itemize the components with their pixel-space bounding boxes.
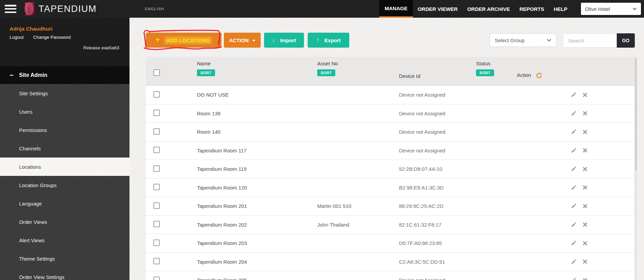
change-password-link[interactable]: Change Password [33,35,71,40]
row-checkbox[interactable] [153,91,160,98]
delete-icon[interactable] [583,111,587,116]
sidebar-section-site-admin[interactable]: − Site Admin [0,66,129,84]
device-id: D0:7F:A0:98:23:85 [399,240,476,246]
row-checkbox[interactable] [153,258,160,264]
table-scrollbar[interactable] [634,57,637,280]
collapse-icon[interactable]: − [10,71,19,79]
add-locations-button[interactable]: + ADD LOCATIONS [146,33,221,48]
delete-icon[interactable] [583,93,587,97]
table-row: Room 140 Device not Assigned [146,123,634,142]
main-content: + ADD LOCATIONS ACTION ↓ Import ↑ Export… [129,18,644,280]
top-nav-item[interactable]: MANAGE [379,0,413,18]
row-checkbox[interactable] [153,184,160,190]
edit-icon[interactable] [571,259,576,264]
sort-button-name[interactable]: SORT [197,69,215,76]
edit-icon[interactable] [571,166,576,171]
action-button[interactable]: ACTION [224,33,261,48]
delete-icon[interactable] [583,130,587,134]
location-name: Room 139 [197,111,317,116]
scrollbar-thumb[interactable] [635,58,637,170]
logout-link[interactable]: Logout [10,35,24,40]
device-id: Device not Assigned [399,148,476,153]
column-device-id: Device Id [399,57,476,85]
search-input[interactable] [563,33,617,48]
top-nav-item[interactable]: ORDER ARCHIVE [462,0,515,18]
location-name: Tapendium Room 203 [197,240,317,246]
device-id: Device not Assigned [399,111,476,116]
hotel-select[interactable]: Olive Hotel [581,3,641,15]
table-row: Tapendium Room 201 Martin 001 510 88:29:… [146,197,634,216]
table-row: Tapendium Room 117 Device not Assigned [146,142,634,160]
row-checkbox[interactable] [153,147,160,153]
sidebar-item[interactable]: Order Views [0,213,129,231]
sidebar-item[interactable]: Channels [0,139,129,158]
export-button[interactable]: ↑ Export [308,33,349,48]
delete-icon[interactable] [583,278,587,280]
language-label[interactable]: ENGLISH [145,7,164,11]
delete-icon[interactable] [583,259,587,264]
row-checkbox[interactable] [153,128,160,135]
row-checkbox[interactable] [153,221,160,227]
row-checkbox[interactable] [153,165,160,172]
top-nav-item[interactable]: REPORTS [515,0,549,18]
device-id: Device not Assigned [399,92,476,98]
sidebar-item[interactable]: Language [0,194,129,213]
location-name: Tapendium Room 120 [197,185,317,191]
delete-icon[interactable] [583,222,587,227]
sort-button-status[interactable]: SORT [476,69,494,76]
column-status: Status [476,61,491,66]
table-row: Tapendium Room 120 B2:98:E9:A1:3C:3D [146,179,634,197]
edit-icon[interactable] [571,111,576,116]
import-button[interactable]: ↓ Import [264,33,304,48]
sidebar-item[interactable]: Users [0,102,129,121]
top-nav-items: MANAGEORDER VIEWERORDER ARCHIVEREPORTSHE… [379,0,572,18]
table-row: Room 139 Device not Assigned [146,104,634,123]
device-id: 88:29:9C:25:AC:2D [399,203,476,209]
sidebar-item[interactable]: Permissions [0,121,129,139]
menu-icon[interactable] [5,5,16,13]
device-id: 82:1C:61:32:F8:17 [399,222,476,228]
chevron-down-icon [547,39,551,42]
delete-icon[interactable] [583,204,587,209]
group-select[interactable]: Select Group [490,33,556,47]
sidebar-item[interactable]: Theme Settings [0,249,129,268]
edit-icon[interactable] [571,129,576,134]
section-label: Site Admin [19,72,47,78]
top-nav-item[interactable]: ORDER VIEWER [413,0,463,18]
row-checkbox[interactable] [153,277,160,280]
edit-icon[interactable] [571,203,576,209]
column-action: Action [517,72,531,78]
delete-icon[interactable] [583,185,587,190]
delete-icon[interactable] [583,241,587,246]
edit-icon[interactable] [571,222,576,227]
go-button[interactable]: GO [617,33,635,48]
edit-icon[interactable] [571,241,576,246]
download-arrow-icon: ↓ [272,37,275,44]
delete-icon[interactable] [583,167,587,171]
refresh-icon[interactable] [536,72,542,79]
location-name: Tapendium Room 202 [197,222,317,228]
select-all-checkbox[interactable] [153,69,160,76]
location-name: Tapendium Room 117 [197,148,317,153]
sort-button-asset[interactable]: SORT [317,69,335,76]
location-name: DO NOT USE [197,92,317,98]
sidebar-item[interactable]: Order View Settings [0,268,129,280]
upload-arrow-icon: ↑ [316,37,319,44]
row-checkbox[interactable] [153,110,160,116]
user-block: Adrija Chaudhuri Logout Change Password … [0,18,129,66]
sidebar-item[interactable]: Alert Views [0,231,129,249]
hotel-select-value: Olive Hotel [585,6,632,12]
sidebar-item[interactable]: Location Groups [0,176,129,194]
group-select-value: Select Group [495,37,547,43]
edit-icon[interactable] [571,148,576,153]
edit-icon[interactable] [571,185,576,190]
edit-icon[interactable] [571,92,576,97]
delete-icon[interactable] [583,148,587,153]
sidebar-item[interactable]: Locations [0,158,129,176]
sidebar-menu: Site SettingsUsersPermissionsChannelsLoc… [0,84,129,280]
row-checkbox[interactable] [153,240,160,246]
edit-icon[interactable] [571,278,576,280]
sidebar-item[interactable]: Site Settings [0,84,129,102]
top-nav-item[interactable]: HELP [549,0,572,18]
row-checkbox[interactable] [153,202,160,209]
